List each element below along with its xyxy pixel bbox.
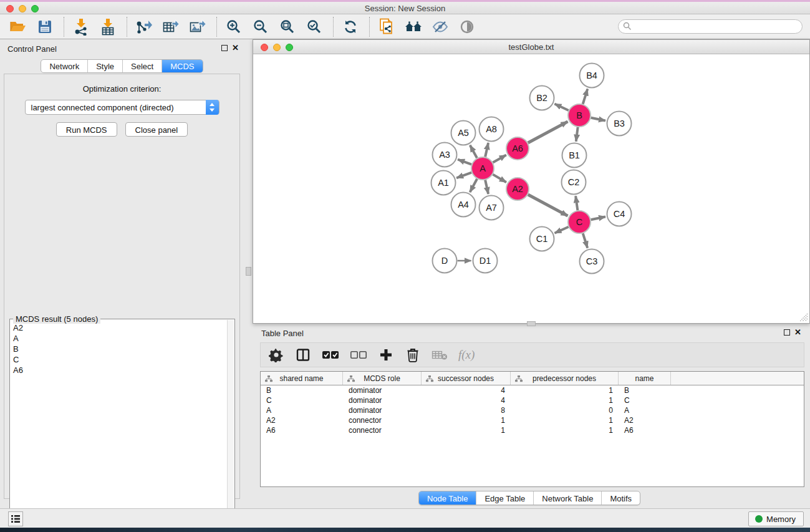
column-header-successor-nodes[interactable]: successor nodes bbox=[422, 372, 511, 385]
cell-successor-nodes[interactable]: 8 bbox=[422, 405, 511, 415]
tab-motifs[interactable]: Motifs bbox=[602, 491, 640, 505]
node-A4[interactable]: A4 bbox=[451, 193, 476, 217]
edge-C-C2[interactable] bbox=[576, 196, 577, 210]
node-D[interactable]: D bbox=[433, 249, 457, 273]
node-A5[interactable]: A5 bbox=[451, 121, 476, 145]
cell-MCDS-role[interactable]: connector bbox=[343, 425, 422, 435]
cell-shared-name[interactable]: A6 bbox=[261, 425, 343, 435]
tab-style[interactable]: Style bbox=[88, 60, 123, 72]
edge-C-C4[interactable] bbox=[591, 216, 605, 220]
refresh-layout-icon[interactable] bbox=[340, 17, 361, 36]
open-session-icon[interactable] bbox=[7, 17, 29, 36]
cell-shared-name[interactable]: A bbox=[261, 405, 343, 415]
edge-B-B2[interactable] bbox=[554, 104, 568, 110]
close-panel-icon[interactable]: ✕ bbox=[232, 45, 239, 51]
select-all-icon[interactable] bbox=[322, 346, 339, 364]
table-row[interactable]: Adominator80A bbox=[261, 405, 804, 415]
cell-shared-name[interactable]: B bbox=[261, 385, 343, 395]
edge-A2-C[interactable] bbox=[528, 195, 568, 216]
edge-A-A7[interactable] bbox=[485, 180, 488, 194]
cell-predecessor-nodes[interactable]: 1 bbox=[511, 385, 619, 395]
node-B2[interactable]: B2 bbox=[530, 86, 554, 110]
float-panel-icon[interactable] bbox=[221, 45, 228, 51]
node-C[interactable]: C bbox=[568, 211, 591, 233]
node-A6[interactable]: A6 bbox=[506, 137, 529, 160]
node-A7[interactable]: A7 bbox=[480, 196, 504, 220]
cell-predecessor-nodes[interactable]: 1 bbox=[511, 425, 619, 435]
network-canvas[interactable]: B4B2BB3A8A5A6A3B1AC2A1A2A4A7C4CC1DD1C3 bbox=[254, 55, 809, 322]
cell-predecessor-nodes[interactable]: 1 bbox=[511, 395, 619, 405]
cell-successor-nodes[interactable]: 1 bbox=[422, 415, 511, 425]
node-B1[interactable]: B1 bbox=[562, 143, 587, 168]
cell-successor-nodes[interactable]: 4 bbox=[422, 395, 511, 405]
cell-successor-nodes[interactable]: 1 bbox=[422, 425, 511, 435]
cell-predecessor-nodes[interactable]: 0 bbox=[511, 405, 619, 415]
network-window-titlebar[interactable]: testGlobe.txt bbox=[253, 40, 809, 54]
edge-A-A4[interactable] bbox=[470, 179, 477, 192]
function-builder-icon[interactable]: f(x) bbox=[458, 346, 475, 364]
column-header-predecessor-nodes[interactable]: predecessor nodes bbox=[511, 372, 619, 385]
cell-shared-name[interactable]: A2 bbox=[261, 415, 343, 425]
edge-B-B1[interactable] bbox=[576, 127, 578, 142]
edge-B-B3[interactable] bbox=[591, 118, 605, 121]
tab-mcds[interactable]: MCDS bbox=[162, 60, 202, 72]
cell-successor-nodes[interactable]: 4 bbox=[422, 385, 511, 395]
resize-grip-icon[interactable] bbox=[799, 313, 808, 322]
import-table-icon[interactable] bbox=[97, 17, 118, 36]
vertical-splitter-grip[interactable] bbox=[246, 267, 251, 276]
result-item[interactable]: B bbox=[11, 344, 227, 355]
cell-MCDS-role[interactable]: dominator bbox=[343, 405, 422, 415]
node-A8[interactable]: A8 bbox=[480, 117, 504, 142]
table-row[interactable]: A2connector11A2 bbox=[261, 415, 804, 425]
memory-button[interactable]: Memory bbox=[748, 511, 804, 526]
float-table-panel-icon[interactable] bbox=[784, 329, 790, 336]
node-A2[interactable]: A2 bbox=[506, 178, 529, 200]
edge-A-A5[interactable] bbox=[470, 145, 477, 158]
result-item[interactable]: C bbox=[11, 355, 227, 365]
show-all-icon[interactable] bbox=[456, 17, 478, 36]
table-row[interactable]: A6connector11A6 bbox=[261, 425, 804, 435]
node-C3[interactable]: C3 bbox=[580, 249, 604, 274]
add-column-icon[interactable] bbox=[378, 346, 394, 364]
node-C1[interactable]: C1 bbox=[530, 227, 554, 251]
import-network-icon[interactable] bbox=[70, 17, 92, 36]
network-graph[interactable]: B4B2BB3A8A5A6A3B1AC2A1A2A4A7C4CC1DD1C3 bbox=[254, 55, 810, 324]
cell-name[interactable]: A bbox=[619, 405, 671, 415]
cell-MCDS-role[interactable]: connector bbox=[343, 415, 422, 425]
column-header-name[interactable]: name bbox=[619, 372, 671, 385]
edge-A-A3[interactable] bbox=[458, 160, 471, 165]
result-item[interactable]: A6 bbox=[11, 365, 227, 376]
run-mcds-button[interactable]: Run MCDS bbox=[56, 122, 117, 137]
edge-B-B4[interactable] bbox=[583, 89, 588, 104]
search-input[interactable] bbox=[618, 19, 803, 34]
edge-A-A1[interactable] bbox=[456, 173, 471, 178]
cell-name[interactable]: C bbox=[619, 395, 671, 405]
edge-A-A6[interactable] bbox=[493, 155, 506, 162]
cell-name[interactable]: A6 bbox=[619, 425, 671, 435]
tab-edge-table[interactable]: Edge Table bbox=[476, 491, 534, 505]
node-B4[interactable]: B4 bbox=[580, 64, 604, 88]
cell-name[interactable]: A2 bbox=[619, 415, 671, 425]
node-table[interactable]: shared nameMCDS rolesuccessor nodesprede… bbox=[260, 371, 804, 487]
column-header-shared-name[interactable]: shared name bbox=[261, 372, 343, 385]
tab-node-table[interactable]: Node Table bbox=[419, 491, 477, 505]
edge-C-C3[interactable] bbox=[583, 233, 587, 248]
result-item[interactable]: A2 bbox=[11, 323, 227, 334]
hide-selected-icon[interactable] bbox=[430, 17, 451, 36]
mcds-result-list[interactable]: A2ABCA6 bbox=[11, 323, 227, 530]
result-scrollbar[interactable] bbox=[227, 320, 234, 530]
export-image-icon[interactable] bbox=[187, 17, 208, 36]
close-panel-button[interactable]: Close panel bbox=[125, 122, 188, 137]
node-B3[interactable]: B3 bbox=[607, 112, 632, 136]
tab-network[interactable]: Network bbox=[41, 60, 88, 72]
zoom-out-icon[interactable] bbox=[250, 17, 271, 36]
first-neighbors-icon[interactable] bbox=[403, 17, 424, 36]
tab-select[interactable]: Select bbox=[123, 60, 162, 72]
cell-MCDS-role[interactable]: dominator bbox=[343, 395, 422, 405]
criterion-select[interactable]: largest connected component (directed) bbox=[25, 100, 219, 115]
zoom-fit-icon[interactable] bbox=[277, 17, 298, 36]
save-session-icon[interactable] bbox=[34, 17, 55, 36]
zoom-selected-icon[interactable] bbox=[304, 17, 325, 36]
tab-network-table[interactable]: Network Table bbox=[534, 491, 602, 505]
node-A[interactable]: A bbox=[471, 157, 494, 180]
